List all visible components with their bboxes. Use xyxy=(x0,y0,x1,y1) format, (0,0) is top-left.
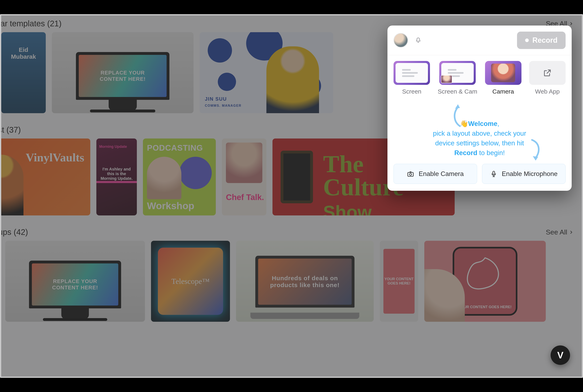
record-dot-icon xyxy=(525,38,529,42)
mode-web-app[interactable]: Web App xyxy=(529,61,566,95)
mode-screen[interactable]: Screen xyxy=(394,61,430,95)
fab-label: V xyxy=(557,350,564,360)
mode-camera[interactable]: Camera xyxy=(485,61,522,95)
avatar[interactable] xyxy=(394,33,408,48)
mode-screen-cam[interactable]: Screen & Cam xyxy=(438,61,477,95)
enable-microphone-label: Enable Microphone xyxy=(502,170,558,178)
svg-point-3 xyxy=(410,173,412,175)
record-button[interactable]: Record xyxy=(517,32,566,49)
mode-label: Camera xyxy=(492,88,514,95)
enable-camera-label: Enable Camera xyxy=(419,170,464,178)
svg-rect-2 xyxy=(408,172,413,176)
divider xyxy=(387,55,572,55)
enable-microphone-button[interactable]: Enable Microphone xyxy=(482,164,566,184)
arrow-down-icon xyxy=(529,139,543,161)
camera-icon xyxy=(407,170,414,178)
mode-label: Web App xyxy=(535,88,560,95)
microphone-icon xyxy=(490,170,497,178)
mode-label: Screen xyxy=(402,88,421,95)
recorder-popup: Record Screen Screen & Cam xyxy=(387,26,572,191)
external-link-icon xyxy=(543,68,552,77)
enable-camera-button[interactable]: Enable Camera xyxy=(394,164,477,184)
bell-icon[interactable] xyxy=(415,37,422,44)
help-fab[interactable]: V xyxy=(551,346,570,365)
record-label: Record xyxy=(532,36,558,44)
mode-label: Screen & Cam xyxy=(438,88,477,95)
svg-marker-0 xyxy=(455,104,460,109)
welcome-text: 👋Welcome, pick a layout above, check you… xyxy=(431,119,528,158)
svg-rect-4 xyxy=(493,171,495,174)
